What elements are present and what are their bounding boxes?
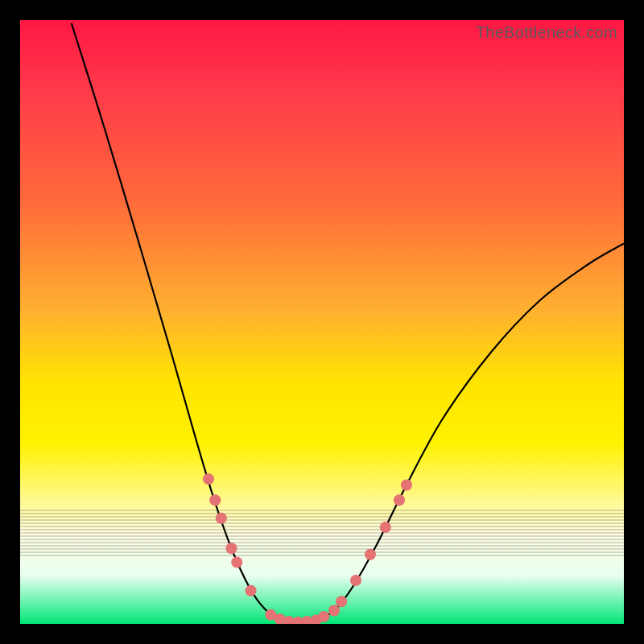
data-marker (311, 615, 322, 625)
data-marker (275, 613, 286, 624)
plot-area: TheBottleneck.com (20, 20, 624, 624)
data-marker (292, 617, 303, 624)
data-marker (231, 557, 242, 568)
chart-svg (20, 20, 624, 624)
data-marker (394, 494, 405, 506)
data-marker (350, 575, 361, 586)
data-marker (365, 549, 376, 560)
data-marker (283, 616, 295, 624)
data-marker (265, 609, 276, 621)
chart-frame: TheBottleneck.com (0, 0, 644, 644)
data-marker (301, 616, 312, 624)
data-marker (336, 596, 347, 607)
data-marker (216, 513, 227, 524)
data-marker (401, 480, 412, 491)
data-markers (203, 473, 412, 624)
bottleneck-curve (72, 23, 624, 622)
watermark-text: TheBottleneck.com (476, 23, 617, 42)
data-marker (226, 543, 237, 554)
data-marker (318, 611, 329, 622)
data-marker (203, 473, 214, 485)
data-marker (328, 605, 340, 617)
data-marker (380, 522, 391, 533)
data-marker (209, 494, 221, 506)
data-marker (246, 585, 257, 597)
gradient-stripes (20, 510, 624, 625)
